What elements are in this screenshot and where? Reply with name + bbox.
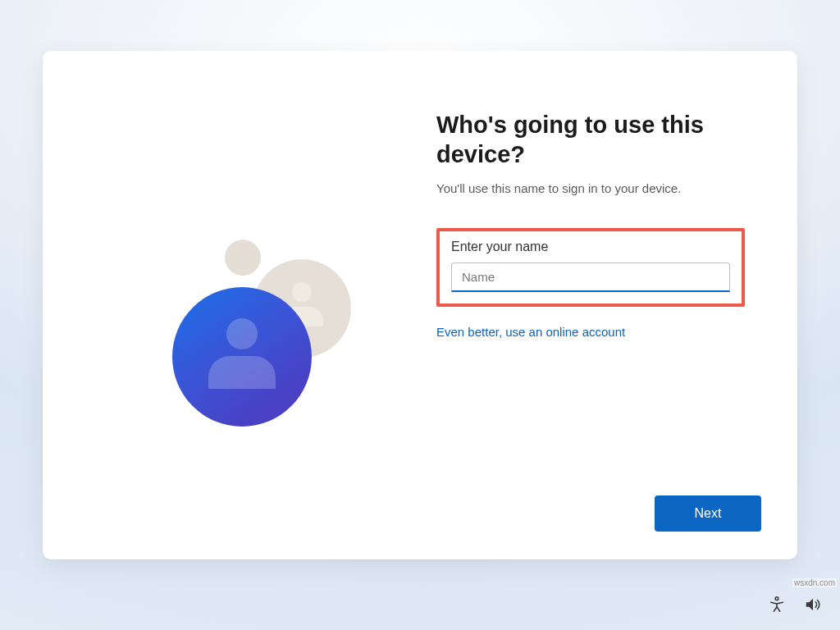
page-subtitle: You'll use this name to sign in to your … [436,181,761,195]
taskbar-icons [768,596,822,614]
user-avatar-icon-small [225,240,261,276]
svg-point-0 [775,597,778,600]
volume-icon[interactable] [804,596,822,614]
online-account-link[interactable]: Even better, use an online account [436,325,625,339]
setup-dialog: Who's going to use this device? You'll u… [43,51,797,559]
name-field-highlight: Enter your name [436,228,745,307]
name-input[interactable] [451,262,730,292]
accessibility-icon[interactable] [768,596,786,614]
name-field-label: Enter your name [451,240,730,254]
svg-marker-1 [806,599,813,611]
next-button[interactable]: Next [655,495,761,532]
illustration-panel [43,51,436,559]
watermark: wsxdn.com [792,578,837,587]
content-panel: Who's going to use this device? You'll u… [436,51,797,559]
page-title: Who's going to use this device? [436,110,732,170]
user-avatar-icon-large [172,287,312,427]
